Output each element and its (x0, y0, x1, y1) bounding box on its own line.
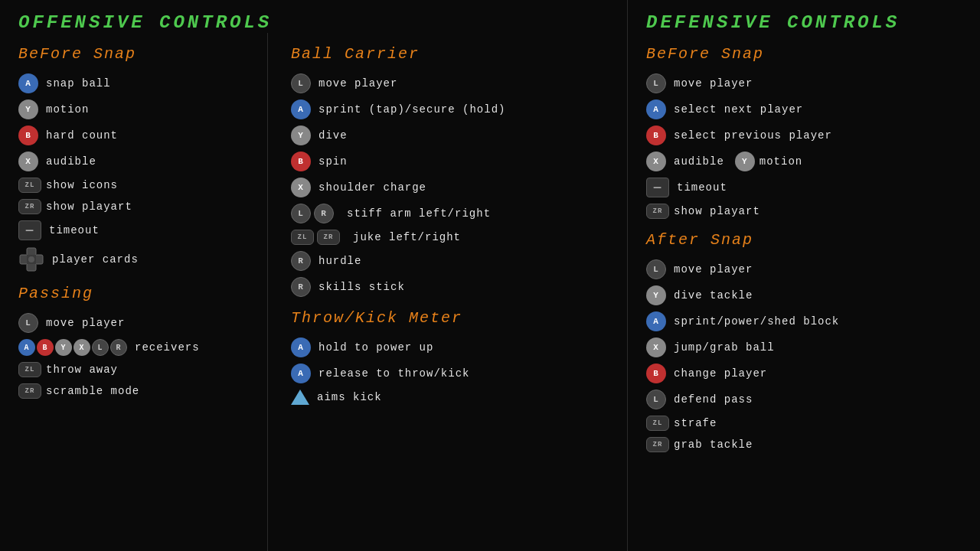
control-label: scramble mode (46, 385, 139, 397)
list-item: R skills stick (291, 277, 604, 297)
defensive-after-snap-section: After Snap L move player Y dive tackle A… (646, 231, 962, 452)
btn-Y-icon: Y (18, 99, 38, 119)
list-item: ZL ZR juke left/right (291, 230, 604, 245)
control-label: move player (674, 263, 753, 276)
btn-dash-icon: — (646, 178, 669, 197)
btn-ZL-icon: ZL (291, 230, 314, 245)
control-label: receivers (135, 341, 200, 354)
control-label: sprint/power/shed block (674, 315, 839, 328)
dpad-icon (18, 246, 44, 272)
list-item: A sprint (tap)/secure (hold) (291, 99, 604, 119)
control-label: show playart (674, 205, 760, 217)
list-item: Y motion (18, 99, 252, 119)
list-item: ZL strafe (646, 416, 962, 431)
btn-L-icon: L (646, 259, 666, 279)
btn-ZR-icon: ZR (317, 230, 340, 245)
btn-X-icon: X (291, 178, 311, 197)
offensive-before-snap-heading: BeFore Snap (18, 45, 252, 63)
control-label: change player (674, 367, 767, 380)
btn-R-sm: R (110, 339, 127, 356)
throw-kick-list: A hold to power up A release to throw/ki… (291, 337, 604, 405)
list-item: ZR show playart (18, 199, 252, 214)
control-label: jump/grab ball (674, 341, 775, 354)
control-label: spin (318, 155, 348, 168)
control-label-motion: motion (760, 155, 802, 168)
defensive-before-snap-heading: BeFore Snap (646, 45, 962, 63)
control-label: timeout (677, 181, 727, 194)
list-item: L move player (646, 73, 962, 93)
control-label: select next player (674, 103, 803, 116)
list-item: Y dive tackle (646, 285, 962, 305)
btn-X-icon: X (18, 152, 38, 171)
control-label: move player (318, 77, 397, 90)
list-item: ZL throw away (18, 362, 252, 377)
list-item: aims kick (291, 390, 604, 405)
control-label: shoulder charge (318, 181, 426, 194)
svg-rect-3 (35, 255, 43, 264)
defensive-column: BeFore Snap L move player A select next … (628, 33, 980, 551)
btn-Y-icon: Y (735, 152, 755, 171)
throw-kick-heading: Throw/Kick Meter (291, 309, 604, 327)
control-label: audible (674, 155, 724, 168)
list-item: L move player (646, 259, 962, 279)
btn-ZL-icon: ZL (18, 178, 41, 193)
btn-L-icon: L (646, 73, 666, 93)
btn-B-icon: B (291, 152, 311, 171)
control-label: grab tackle (674, 439, 753, 451)
list-item: — timeout (18, 220, 252, 240)
btn-A-sm: A (18, 339, 35, 356)
btn-R-icon: R (291, 277, 311, 297)
ball-carrier-heading: Ball Carrier (291, 45, 604, 63)
btn-Y-icon: Y (291, 126, 311, 145)
ball-carrier-section: Ball Carrier L move player A sprint (tap… (291, 45, 604, 297)
list-item: Y dive (291, 126, 604, 145)
btn-R-icon: R (314, 204, 334, 223)
list-item: L R stiff arm left/right (291, 204, 604, 223)
control-label: show icons (46, 179, 118, 191)
list-item: B select previous player (646, 126, 962, 145)
svg-rect-2 (20, 255, 28, 264)
offensive-before-snap-section: BeFore Snap A snap ball Y motion B hard … (18, 45, 252, 272)
offensive-passing-section: Passing L move player A B Y X L R (18, 285, 252, 399)
list-item: X shoulder charge (291, 178, 604, 197)
list-item: — timeout (646, 178, 962, 197)
control-label: aims kick (317, 391, 382, 403)
btn-ZL-icon: ZL (18, 362, 41, 377)
control-label: select previous player (674, 129, 832, 142)
list-item: B change player (646, 364, 962, 383)
list-item: A snap ball (18, 73, 252, 93)
list-item: L move player (291, 73, 604, 93)
list-item: ZR grab tackle (646, 437, 962, 452)
control-label: audible (46, 155, 96, 168)
btn-X-icon: X (646, 337, 666, 357)
list-item: A select next player (646, 99, 962, 119)
multi-ZLZR: ZL ZR (291, 230, 342, 245)
control-label: hold to power up (318, 341, 433, 354)
list-item: ZR show playart (646, 204, 962, 219)
btn-B-icon: B (646, 126, 666, 145)
middle-column: Ball Carrier L move player A sprint (tap… (268, 33, 628, 551)
control-label: juke left/right (353, 231, 461, 243)
list-item: B hard count (18, 126, 252, 145)
control-label: timeout (49, 224, 100, 236)
offensive-title: OFFENSIVE CONTROLS (0, 0, 627, 33)
list-item: B spin (291, 152, 604, 171)
btn-L-sm: L (92, 339, 109, 356)
control-label: dive tackle (674, 289, 753, 302)
defensive-title: DEFENSIVE CONTROLS (628, 0, 980, 33)
list-item: A release to throw/kick (291, 364, 604, 383)
list-item: player cards (18, 246, 252, 272)
btn-X-sm: X (74, 339, 90, 356)
control-label: dive (318, 129, 348, 142)
btn-Y-icon: Y (646, 285, 666, 305)
btn-B-icon: B (18, 126, 38, 145)
list-item: A sprint/power/shed block (646, 311, 962, 331)
offensive-before-snap-list: A snap ball Y motion B hard count X audi… (18, 73, 252, 272)
btn-X-icon: X (646, 152, 666, 171)
offensive-passing-list: L move player A B Y X L R receivers (18, 313, 252, 399)
control-label: stiff arm left/right (347, 207, 491, 220)
aim-triangle-icon (291, 390, 309, 405)
btn-ZR-icon: ZR (18, 383, 41, 399)
ball-carrier-list: L move player A sprint (tap)/secure (hol… (291, 73, 604, 297)
control-label: hurdle (318, 255, 361, 267)
